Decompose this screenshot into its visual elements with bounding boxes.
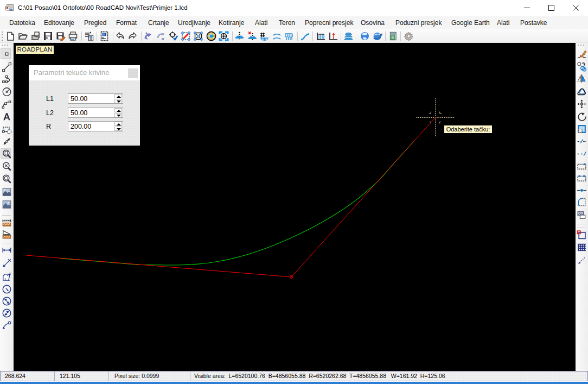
svg-text:0: 0	[9, 272, 11, 275]
svg-text:x: x	[5, 276, 7, 280]
svg-text:R: R	[8, 189, 10, 192]
